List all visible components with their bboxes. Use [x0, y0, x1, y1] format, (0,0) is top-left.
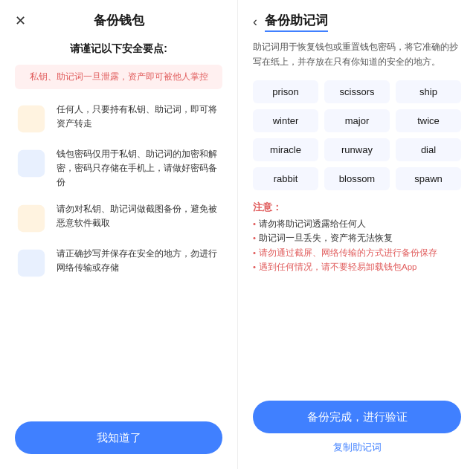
- mnemonic-word: major: [324, 109, 390, 132]
- notice-title: 注意：: [253, 201, 461, 214]
- notice-section: 注意： • 请勿将助记词透露给任何人• 助记词一旦丢失，资产将无法恢复• 请勿通…: [253, 201, 461, 275]
- mnemonic-word: spawn: [396, 167, 461, 190]
- tip-text-1: 任何人，只要持有私钥、助记词，即可将资产转走: [57, 103, 222, 131]
- left-header: ✕ 备份钱包: [15, 12, 222, 29]
- right-description: 助记词用于恢复钱包或重置钱包密码，将它准确的抄写在纸上，并存放在只有你知道的安全…: [253, 39, 461, 70]
- notice-item: • 请勿通过截屏、网络传输的方式进行备份保存: [253, 246, 461, 261]
- tip-item-2: 📱 钱包密码仅用于私钥、助记词的加密和解密，密码只存储在手机上，请做好密码备份: [15, 147, 222, 190]
- right-header: ‹ 备份助记词: [253, 12, 461, 32]
- tip-text-3: 请勿对私钥、助记词做截图备份，避免被恶意软件截取: [57, 202, 222, 230]
- svg-rect-0: [18, 106, 45, 132]
- svg-rect-4: [18, 204, 45, 231]
- tip-item-3: 🚫 请勿对私钥、助记词做截图备份，避免被恶意软件截取: [15, 202, 222, 235]
- tip-item-4: 🔒 请正确抄写并保存在安全的地方，勿进行网络传输或存储: [15, 247, 222, 279]
- notice-text: 遇到任何情况，请不要轻易卸载钱包App: [259, 260, 416, 275]
- verify-button[interactable]: 备份完成，进行验证: [253, 401, 461, 433]
- mnemonic-word: scissors: [324, 80, 390, 103]
- mnemonic-word: twice: [396, 109, 461, 132]
- notice-bullet: •: [253, 260, 256, 275]
- mnemonic-word: miracle: [253, 138, 318, 161]
- phone-icon: 📱: [15, 147, 48, 180]
- left-subtitle: 请谨记以下安全要点:: [70, 42, 167, 56]
- mnemonic-word: prison: [253, 80, 318, 103]
- no-screenshot-icon: 🚫: [15, 202, 48, 235]
- acknowledge-button[interactable]: 我知道了: [15, 421, 222, 454]
- svg-rect-6: [18, 249, 45, 276]
- mnemonic-word: blossom: [324, 167, 390, 190]
- notice-text: 请勿将助记词透露给任何人: [259, 217, 366, 232]
- back-icon[interactable]: ‹: [253, 14, 257, 30]
- notice-bullet: •: [253, 217, 256, 232]
- svg-rect-2: [18, 150, 45, 177]
- warning-text: 私钥、助记词一旦泄露，资产即可被他人掌控: [24, 71, 213, 83]
- right-panel: ‹ 备份助记词 助记词用于恢复钱包或重置钱包密码，将它准确的抄写在纸上，并存放在…: [238, 0, 476, 469]
- close-icon[interactable]: ✕: [15, 13, 26, 29]
- safe-storage-icon: 🔒: [15, 247, 48, 279]
- notice-text: 请勿通过截屏、网络传输的方式进行备份保存: [259, 246, 437, 261]
- notice-bullet: •: [253, 231, 256, 246]
- right-actions: 备份完成，进行验证 复制助记词: [253, 401, 461, 454]
- tip-item-1: 🔑 任何人，只要持有私钥、助记词，即可将资产转走: [15, 103, 222, 135]
- mnemonic-word: rabbit: [253, 167, 318, 190]
- mnemonic-word: dial: [396, 138, 461, 161]
- left-panel: ✕ 备份钱包 请谨记以下安全要点: 私钥、助记词一旦泄露，资产即可被他人掌控 🔑…: [0, 0, 238, 469]
- mnemonic-word: runway: [324, 138, 390, 161]
- warning-banner: 私钥、助记词一旦泄露，资产即可被他人掌控: [15, 65, 222, 89]
- key-icon: 🔑: [15, 103, 48, 135]
- mnemonic-grid: prisonscissorsshipwintermajortwicemiracl…: [253, 80, 461, 190]
- tip-text-4: 请正确抄写并保存在安全的地方，勿进行网络传输或存储: [57, 247, 222, 275]
- tip-text-2: 钱包密码仅用于私钥、助记词的加密和解密，密码只存储在手机上，请做好密码备份: [57, 147, 222, 190]
- notice-item: • 遇到任何情况，请不要轻易卸载钱包App: [253, 260, 461, 275]
- mnemonic-word: winter: [253, 109, 318, 132]
- notice-bullet: •: [253, 246, 256, 261]
- tips-list: 🔑 任何人，只要持有私钥、助记词，即可将资产转走 📱 钱包密码仅用于私钥、助记词…: [15, 103, 222, 413]
- left-title: 备份钱包: [94, 12, 144, 29]
- notice-item: • 请勿将助记词透露给任何人: [253, 217, 461, 232]
- copy-mnemonic-button[interactable]: 复制助记词: [333, 441, 382, 454]
- notice-item: • 助记词一旦丢失，资产将无法恢复: [253, 231, 461, 246]
- right-title: 备份助记词: [265, 12, 328, 32]
- mnemonic-word: ship: [396, 80, 461, 103]
- notice-text: 助记词一旦丢失，资产将无法恢复: [259, 231, 393, 246]
